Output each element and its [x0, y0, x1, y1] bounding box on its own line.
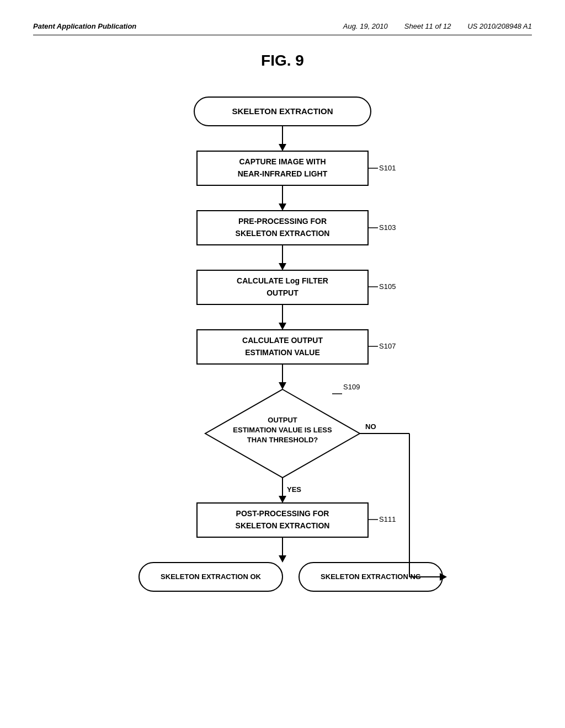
diamond-line2: ESTIMATION VALUE IS LESS [233, 426, 332, 434]
flowchart-diagram: SKELETON EXTRACTION CAPTURE IMAGE WITH N… [89, 92, 476, 660]
svg-marker-18 [279, 382, 286, 389]
s101-label: S101 [379, 164, 396, 172]
no-label: NO [365, 422, 376, 431]
svg-rect-7 [197, 211, 368, 245]
publication-label: Patent Application Publication [33, 22, 136, 30]
diamond-line3: THAN THRESHOLD? [247, 436, 318, 444]
svg-marker-2 [279, 144, 286, 151]
svg-marker-6 [279, 204, 286, 211]
s105-line2: OUTPUT [266, 288, 299, 297]
s105-label: S105 [379, 282, 396, 291]
start-node-text: SKELETON EXTRACTION [232, 106, 333, 116]
s103-line2: SKELETON EXTRACTION [236, 229, 330, 238]
figure-title: FIG. 9 [33, 52, 532, 69]
svg-marker-30 [440, 573, 447, 581]
ok-node-text: SKELETON EXTRACTION OK [161, 572, 261, 581]
page: Patent Application Publication Aug. 19, … [0, 0, 565, 728]
s111-line2: SKELETON EXTRACTION [236, 521, 330, 530]
header-sheet: Sheet 11 of 12 [404, 22, 451, 30]
s103-line1: PRE-PROCESSING FOR [238, 217, 327, 226]
s107-label: S107 [379, 342, 396, 350]
yes-label: YES [287, 485, 301, 494]
s105-line1: CALCULATE Log FILTER [237, 276, 328, 285]
s101-line2: NEAR-INFRARED LIGHT [238, 169, 328, 178]
s107-line1: CALCULATE OUTPUT [242, 336, 323, 345]
ng-node-text: SKELETON EXTRACTION NG [321, 572, 421, 581]
s109-label: S109 [343, 383, 360, 391]
svg-rect-11 [197, 270, 368, 304]
header-date: Aug. 19, 2010 [343, 22, 388, 30]
s111-line1: POST-PROCESSING FOR [236, 509, 329, 518]
s101-line1: CAPTURE IMAGE WITH [239, 157, 326, 166]
svg-marker-20 [279, 496, 286, 503]
s111-label: S111 [379, 515, 396, 523]
svg-rect-3 [197, 151, 368, 185]
s103-label: S103 [379, 223, 396, 232]
header-patent: US 2010/208948 A1 [467, 22, 532, 30]
header: Patent Application Publication Aug. 19, … [33, 22, 532, 35]
header-meta: Aug. 19, 2010 Sheet 11 of 12 US 2010/208… [343, 22, 532, 30]
svg-marker-24 [279, 555, 286, 563]
svg-rect-15 [197, 330, 368, 364]
s107-line2: ESTIMATION VALUE [245, 348, 320, 357]
svg-marker-14 [279, 323, 286, 330]
diamond-line1: OUTPUT [268, 416, 297, 424]
svg-marker-10 [279, 263, 286, 270]
svg-rect-21 [197, 503, 368, 537]
